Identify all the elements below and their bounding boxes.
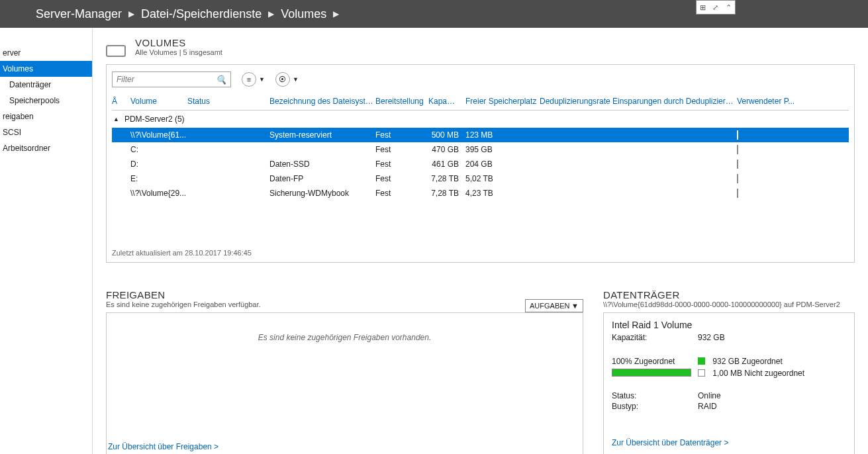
volumes-table-header: Â Volume Status Bezeichnung des Dateisys…	[112, 94, 849, 111]
chevron-right-icon: ▶	[124, 9, 138, 19]
cell-volume: \\?\Volume{29...	[128, 189, 187, 198]
cell-volume: E:	[128, 174, 187, 183]
status-value: Online	[698, 391, 721, 400]
cell-volume: C:	[128, 145, 187, 154]
volumes-heading: VOLUMES Alle Volumes | 5 insgesamt	[106, 37, 855, 56]
cell-usage	[737, 189, 849, 198]
device-name: Intel Raid 1 Volume	[612, 320, 846, 330]
grid-icon[interactable]: ⊞	[700, 3, 706, 12]
breadcrumb-item[interactable]: Volumes	[278, 7, 329, 21]
cell-volume: D:	[128, 159, 187, 169]
breadcrumb-item[interactable]: Server-Manager	[33, 7, 124, 21]
cell-bereitstellung: Fest	[375, 174, 428, 183]
datentraeger-pane: DATENTRÄGER \\?\Volume{61dd98dd-0000-000…	[603, 289, 855, 454]
cell-freier-speicher: 204 GB	[465, 159, 540, 169]
sidebar-item-speicherpools[interactable]: Speicherpools	[0, 93, 92, 109]
volume-row[interactable]: C:Fest470 GB395 GB	[112, 142, 849, 157]
breadcrumb-bar: Server-Manager ▶ Datei-/Speicherdienste …	[0, 0, 868, 28]
group-label: PDM-Server2 (5)	[124, 114, 185, 124]
panel-title: VOLUMES	[135, 37, 222, 48]
header-einsparungen[interactable]: Einsparungen durch Deduplizierung	[612, 97, 737, 106]
volume-group-row[interactable]: ▲ PDM-Server2 (5)	[112, 111, 849, 128]
sidebar-item-freigaben[interactable]: reigaben	[0, 109, 92, 124]
header-volume[interactable]: Volume	[128, 97, 187, 106]
caret-up-icon[interactable]: ⌃	[726, 3, 732, 12]
status-label: Status:	[612, 391, 698, 400]
chevron-right-icon: ▶	[264, 9, 278, 19]
header-icon-col[interactable]: Â	[112, 97, 128, 106]
chevron-right-icon: ▶	[329, 9, 343, 19]
sidebar: erverVolumesDatenträgerSpeicherpoolsreig…	[0, 28, 93, 454]
freigaben-body: Es sind keine zugehörigen Freigaben vorh…	[106, 312, 583, 454]
cell-bezeichnung: Daten-SSD	[269, 159, 375, 169]
breadcrumb-item[interactable]: Datei-/Speicherdienste	[138, 7, 264, 21]
cell-freier-speicher: 5,02 TB	[465, 174, 540, 183]
datentraeger-overview-link[interactable]: Zur Übersicht über Datenträger >	[612, 433, 846, 450]
cell-bereitstellung: Fest	[375, 159, 428, 169]
sidebar-item-iscsi[interactable]: SCSI	[0, 124, 92, 140]
cell-kapazitaet: 7,28 TB	[428, 174, 465, 183]
volume-row[interactable]: D:Daten-SSDFest461 GB204 GB	[112, 157, 849, 171]
square-icon	[698, 369, 705, 377]
window-controls[interactable]: ⊞ ⤢ ⌃	[696, 0, 736, 15]
usage-bar	[737, 145, 738, 154]
group-by-button[interactable]: ≡	[242, 72, 256, 87]
search-icon[interactable]: 🔍	[216, 75, 226, 85]
bustyp-label: Bustyp:	[612, 402, 698, 411]
chevron-down-icon[interactable]: ▼	[259, 76, 265, 83]
usage-bar	[737, 189, 738, 198]
collapse-icon[interactable]: ▲	[113, 116, 119, 122]
datentraeger-subtitle: \\?\Volume{61dd98dd-0000-0000-0000-10000…	[603, 300, 855, 308]
freigaben-subtitle: Es sind keine zugehörigen Freigaben verf…	[106, 300, 261, 308]
filter-input[interactable]	[117, 75, 209, 84]
cell-kapazitaet: 461 GB	[428, 159, 465, 169]
expand-icon[interactable]: ⤢	[712, 3, 718, 12]
cell-kapazitaet: 470 GB	[428, 145, 465, 154]
cell-usage	[737, 174, 849, 183]
aufgaben-dropdown[interactable]: AUFGABEN ▼	[525, 299, 583, 312]
freigaben-empty-message: Es sind keine zugehörigen Freigaben vorh…	[258, 333, 432, 437]
cell-kapazitaet: 500 MB	[428, 130, 465, 140]
sidebar-item-server[interactable]: erver	[0, 45, 92, 61]
volume-row[interactable]: E:Daten-FPFest7,28 TB5,02 TB	[112, 171, 849, 186]
cell-bezeichnung: System-reserviert	[269, 130, 375, 140]
allocation-bar	[612, 369, 691, 377]
panel-subtitle: Alle Volumes | 5 insgesamt	[135, 48, 222, 56]
last-updated-text: Zuletzt aktualisiert am 28.10.2017 19:46…	[112, 242, 849, 257]
legend-allocated: 932 GB Zugeordnet	[698, 357, 804, 366]
usage-bar	[737, 130, 738, 140]
header-kapazitaet[interactable]: Kapazität	[428, 97, 465, 106]
volume-row[interactable]: \\?\Volume{61...System-reserviertFest500…	[112, 128, 849, 142]
chevron-down-icon[interactable]: ▼	[293, 76, 299, 83]
freigaben-title: FREIGABEN	[106, 289, 261, 300]
sidebar-item-datentraeger[interactable]: Datenträger	[0, 77, 92, 93]
cell-bereitstellung: Fest	[375, 145, 428, 154]
sidebar-item-arbeitsordner[interactable]: Arbeitsordner	[0, 140, 92, 156]
cell-volume: \\?\Volume{61...	[128, 130, 187, 140]
allocation-percent-text: 100% Zugeordnet	[612, 357, 698, 366]
header-dedup-rate[interactable]: Deduplizierungsrate	[540, 97, 612, 106]
header-bereitstellung[interactable]: Bereitstellung	[375, 97, 428, 106]
chevron-down-icon: ▼	[571, 302, 579, 310]
save-view-button[interactable]: ⦿	[275, 72, 290, 87]
capacity-value: 932 GB	[698, 333, 725, 342]
cell-usage	[737, 145, 849, 154]
freigaben-overview-link[interactable]: Zur Übersicht über Freigaben >	[107, 437, 218, 454]
capacity-label: Kapazität:	[612, 333, 698, 342]
header-freier-speicher[interactable]: Freier Speicherplatz	[465, 97, 540, 106]
volume-row[interactable]: \\?\Volume{29...Sicherung-WDMybookFest7,…	[112, 186, 849, 201]
bustyp-value: RAID	[698, 402, 717, 411]
filter-box[interactable]: 🔍	[112, 71, 231, 87]
cell-bezeichnung: Daten-FP	[269, 174, 375, 183]
cell-freier-speicher: 123 MB	[465, 130, 540, 140]
aufgaben-label: AUFGABEN	[530, 302, 570, 310]
sidebar-item-volumes[interactable]: Volumes	[0, 61, 92, 77]
header-bezeichnung[interactable]: Bezeichnung des Dateisyste...	[269, 97, 375, 106]
cell-kapazitaet: 7,28 TB	[428, 189, 465, 198]
header-verwendeter[interactable]: Verwendeter P...	[737, 97, 849, 106]
cell-usage	[737, 130, 849, 140]
header-status[interactable]: Status	[187, 97, 269, 106]
freigaben-pane: FREIGABEN Es sind keine zugehörigen Frei…	[106, 289, 583, 454]
cell-bereitstellung: Fest	[375, 130, 428, 140]
cell-bereitstellung: Fest	[375, 189, 428, 198]
